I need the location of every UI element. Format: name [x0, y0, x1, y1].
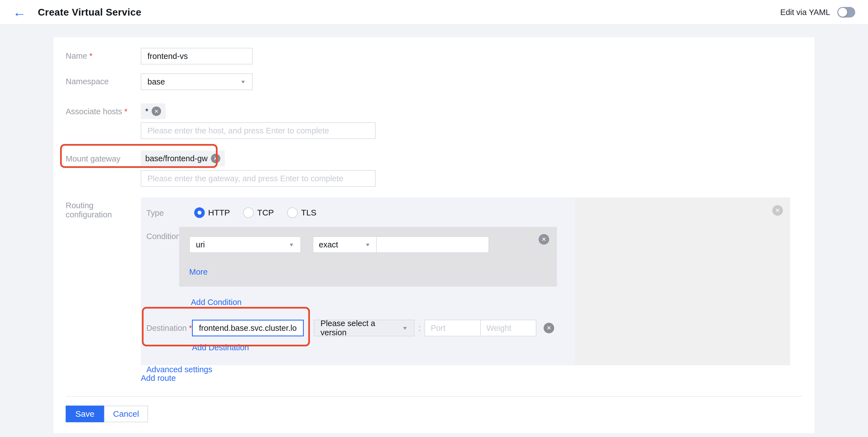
header: ← Create Virtual Service Edit via YAML [0, 0, 868, 25]
remove-gateway-icon[interactable]: ✕ [211, 154, 220, 163]
namespace-select-value: base [148, 77, 165, 87]
radio-tls[interactable]: TLS [287, 207, 316, 218]
add-condition-link[interactable]: Add Condition [191, 298, 242, 307]
chevron-down-icon: ▼ [288, 242, 294, 247]
routing-configuration-row: Routing configuration Type HTTP TCP [66, 197, 802, 365]
associate-hosts-field: * ✕ [141, 103, 376, 139]
separator-colon: : [418, 324, 421, 333]
host-tag: * ✕ [141, 103, 165, 119]
gateway-tag: base/frontend-gw ✕ [141, 151, 225, 166]
type-radio-group: HTTP TCP TLS [194, 207, 316, 218]
mount-gateway-label: Mount gateway [66, 151, 141, 187]
condition-label: Condition [146, 227, 179, 287]
name-input[interactable] [141, 48, 253, 65]
gateway-tag-text: base/frontend-gw [145, 154, 208, 163]
required-marker: * [89, 52, 92, 60]
host-input[interactable] [141, 122, 376, 139]
radio-unselected-icon [243, 207, 254, 218]
chevron-down-icon: ▼ [402, 325, 408, 331]
save-button[interactable]: Save [66, 406, 104, 422]
namespace-select[interactable]: base ▼ [141, 73, 253, 90]
condition-match-select[interactable]: exact ▼ [313, 237, 377, 253]
routing-configuration-label: Routing configuration [66, 197, 141, 365]
condition-row: Condition ✕ uri ▼ exact ▼ [146, 227, 575, 287]
destination-version-value: Please select a version [320, 319, 402, 337]
host-tag-text: * [145, 107, 148, 116]
edit-via-yaml-label: Edit via YAML [780, 8, 830, 17]
form-actions: Save Cancel [66, 406, 802, 422]
destination-label: Destination* [146, 324, 192, 333]
name-row: Name* [66, 48, 802, 65]
remove-host-icon[interactable]: ✕ [152, 106, 161, 116]
condition-match-combo: exact ▼ [313, 236, 489, 253]
divider [66, 396, 802, 397]
delete-condition-icon[interactable]: ✕ [538, 234, 549, 245]
condition-field-value: uri [196, 240, 205, 249]
required-marker: * [189, 324, 192, 333]
port-weight-combo [425, 320, 536, 336]
advanced-settings-link[interactable]: Advanced settings [146, 365, 212, 374]
type-label: Type [146, 207, 194, 218]
condition-field-select[interactable]: uri ▼ [189, 236, 301, 253]
add-route-link[interactable]: Add route [141, 374, 176, 383]
radio-tcp[interactable]: TCP [243, 207, 274, 218]
page-title: Create Virtual Service [38, 7, 141, 18]
type-row: Type HTTP TCP TLS [146, 207, 575, 218]
destination-row: Destination* : Please select a version ▼… [146, 320, 575, 336]
route-card-right-panel: ✕ [575, 197, 790, 365]
chevron-down-icon: ▼ [240, 79, 246, 84]
radio-unselected-icon [287, 207, 298, 218]
delete-route-icon[interactable]: ✕ [772, 205, 783, 216]
required-marker: * [124, 107, 127, 116]
mount-gateway-field: base/frontend-gw ✕ [141, 151, 376, 187]
radio-http[interactable]: HTTP [194, 207, 230, 218]
chevron-down-icon: ▼ [365, 242, 371, 247]
radio-selected-icon [194, 207, 205, 218]
route-card: Type HTTP TCP TLS [141, 197, 790, 365]
destination-host-input[interactable] [192, 320, 304, 336]
back-arrow-icon[interactable]: ← [13, 6, 26, 19]
more-link[interactable]: More [189, 267, 208, 277]
separator-colon: : [308, 324, 310, 333]
destination-port-input[interactable] [425, 320, 480, 336]
condition-box: ✕ uri ▼ exact ▼ [179, 227, 557, 287]
delete-destination-icon[interactable]: ✕ [544, 323, 554, 333]
condition-match-value: exact [319, 240, 338, 249]
name-label: Name* [66, 48, 141, 65]
destination-version-select[interactable]: Please select a version ▼ [314, 320, 414, 336]
toggle-knob [838, 8, 847, 17]
route-settings-panel: Type HTTP TCP TLS [141, 197, 575, 365]
namespace-label: Namespace [66, 73, 141, 90]
associate-hosts-row: Associate hosts* * ✕ [66, 103, 802, 139]
cancel-button[interactable]: Cancel [104, 406, 148, 422]
create-virtual-service-form: Name* Namespace base ▼ Associate hosts* … [54, 37, 814, 433]
condition-value-input[interactable] [377, 237, 489, 253]
edit-via-yaml-toggle[interactable] [837, 7, 855, 18]
header-right: Edit via YAML [780, 7, 855, 18]
namespace-row: Namespace base ▼ [66, 73, 802, 90]
mount-gateway-row: Mount gateway base/frontend-gw ✕ [66, 151, 802, 187]
associate-hosts-label: Associate hosts* [66, 103, 141, 139]
gateway-input[interactable] [141, 170, 376, 187]
add-destination-link[interactable]: Add Destination [192, 343, 249, 352]
destination-weight-input[interactable] [481, 320, 536, 336]
